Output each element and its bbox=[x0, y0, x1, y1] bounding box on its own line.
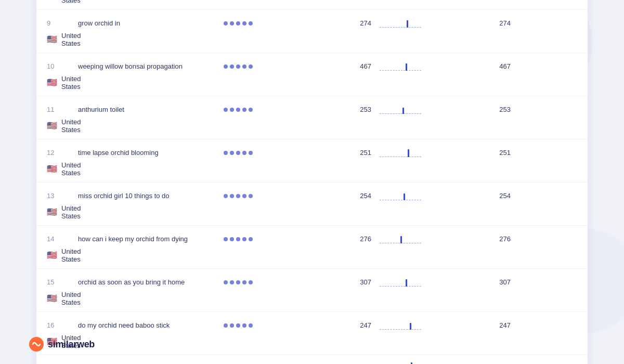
table-row: 17 orchid reblooming 336 336 🇺🇸 United S… bbox=[36, 355, 588, 365]
chart-dashed-line bbox=[380, 70, 421, 71]
chart-bar bbox=[400, 236, 402, 243]
dot bbox=[230, 21, 234, 25]
keyword-cell: miss orchid girl 10 things to do bbox=[78, 192, 224, 200]
chart-bar bbox=[406, 279, 407, 287]
logo-text: similarweb bbox=[48, 339, 95, 350]
dots-cell bbox=[224, 108, 286, 112]
dot bbox=[224, 323, 228, 328]
table-row: 13 miss orchid girl 10 things to do 254 … bbox=[36, 183, 588, 226]
table-row: 15 orchid as soon as you bring it home 3… bbox=[36, 269, 588, 312]
country-cell: 🇺🇸 United States bbox=[47, 161, 78, 177]
country-name: United States bbox=[61, 291, 81, 306]
table-row: 9 grow orchid in 274 274 🇺🇸 United State… bbox=[36, 10, 588, 53]
volume-cell: 307 bbox=[286, 278, 380, 286]
dot bbox=[236, 21, 240, 25]
dot bbox=[224, 151, 228, 155]
country-name: United States bbox=[61, 0, 81, 4]
chart-dashed-line bbox=[380, 113, 421, 114]
dots-cell bbox=[224, 151, 286, 155]
keyword-cell: grow orchid in bbox=[78, 19, 224, 27]
dot bbox=[242, 194, 246, 198]
country-cell: 🇺🇸 United States bbox=[47, 32, 78, 47]
keyword-cell: time lapse orchid blooming bbox=[78, 149, 224, 157]
dots-cell bbox=[224, 21, 286, 25]
volume2-cell: 254 bbox=[421, 192, 515, 200]
us-flag-icon: 🇺🇸 bbox=[47, 79, 57, 87]
chart-bar bbox=[402, 108, 404, 114]
chart-dashed-line bbox=[380, 157, 421, 157]
dot bbox=[242, 280, 246, 284]
dot bbox=[230, 64, 234, 69]
dots-cell bbox=[224, 194, 286, 198]
rank-cell: 9 bbox=[47, 19, 78, 27]
chart-cell bbox=[380, 101, 421, 118]
chart-bar bbox=[404, 193, 405, 200]
rank-cell: 10 bbox=[47, 62, 78, 70]
country-cell: 🇺🇸 United States bbox=[47, 0, 78, 4]
country-name: United States bbox=[61, 204, 81, 220]
dot bbox=[242, 151, 246, 155]
dot bbox=[242, 237, 246, 241]
country-cell: 🇺🇸 United States bbox=[47, 118, 78, 134]
logo-area: similarweb bbox=[29, 337, 95, 352]
keyword-cell: weeping willow bonsai propagation bbox=[78, 62, 224, 70]
chart-bar bbox=[410, 323, 411, 330]
volume-cell: 274 bbox=[286, 19, 380, 27]
rank-cell: 16 bbox=[47, 321, 78, 329]
dot bbox=[236, 280, 240, 284]
table-row: 8 transplant orchids to larger pot 319 3… bbox=[36, 0, 588, 10]
us-flag-icon: 🇺🇸 bbox=[47, 122, 57, 130]
volume2-cell: 276 bbox=[421, 235, 515, 243]
volume-cell: 254 bbox=[286, 192, 380, 200]
dot bbox=[224, 21, 228, 25]
volume-cell: 276 bbox=[286, 235, 380, 243]
country-name: United States bbox=[61, 248, 81, 263]
country-cell: 🇺🇸 United States bbox=[47, 291, 78, 306]
dot bbox=[242, 64, 246, 69]
rank-cell: 12 bbox=[47, 149, 78, 157]
keyword-cell: orchid as soon as you bring it home bbox=[78, 278, 224, 286]
rank-cell: 11 bbox=[47, 106, 78, 113]
dot bbox=[236, 64, 240, 69]
rank-cell: 13 bbox=[47, 192, 78, 200]
dot bbox=[249, 64, 253, 69]
volume-cell: 251 bbox=[286, 149, 380, 157]
table-card: 8 transplant orchids to larger pot 319 3… bbox=[36, 0, 588, 364]
chart-dashed-line bbox=[380, 286, 421, 287]
chart-dashed-line bbox=[380, 329, 421, 330]
dot bbox=[249, 194, 253, 198]
country-name: United States bbox=[61, 75, 81, 90]
dot bbox=[230, 151, 234, 155]
dot bbox=[230, 280, 234, 284]
us-flag-icon: 🇺🇸 bbox=[47, 0, 57, 1]
chart-cell bbox=[380, 188, 421, 204]
country-cell: 🇺🇸 United States bbox=[47, 248, 78, 263]
us-flag-icon: 🇺🇸 bbox=[47, 294, 57, 303]
volume2-cell: 274 bbox=[421, 19, 515, 27]
chart-cell bbox=[380, 145, 421, 161]
dot bbox=[249, 151, 253, 155]
dot bbox=[224, 64, 228, 69]
chart-bar bbox=[411, 362, 412, 365]
country-name: United States bbox=[61, 32, 81, 47]
country-cell: 🇺🇸 United States bbox=[47, 204, 78, 220]
dot bbox=[236, 194, 240, 198]
chart-bar bbox=[407, 20, 408, 28]
us-flag-icon: 🇺🇸 bbox=[47, 208, 57, 216]
main-container: 8 transplant orchids to larger pot 319 3… bbox=[36, 0, 588, 364]
dot bbox=[249, 237, 253, 241]
rank-cell: 15 bbox=[47, 278, 78, 286]
keyword-cell: do my orchid need baboo stick bbox=[78, 321, 224, 329]
dot bbox=[224, 194, 228, 198]
us-flag-icon: 🇺🇸 bbox=[47, 35, 57, 44]
dot bbox=[236, 108, 240, 112]
country-cell: 🇺🇸 United States bbox=[47, 75, 78, 90]
dot bbox=[230, 323, 234, 328]
chart-cell bbox=[380, 15, 421, 32]
volume2-cell: 253 bbox=[421, 106, 515, 113]
dots-cell bbox=[224, 237, 286, 241]
volume2-cell: 467 bbox=[421, 62, 515, 70]
table-row: 14 how can i keep my orchid from dying 2… bbox=[36, 226, 588, 269]
keyword-cell: anthurium toilet bbox=[78, 106, 224, 113]
chart-cell bbox=[380, 58, 421, 75]
